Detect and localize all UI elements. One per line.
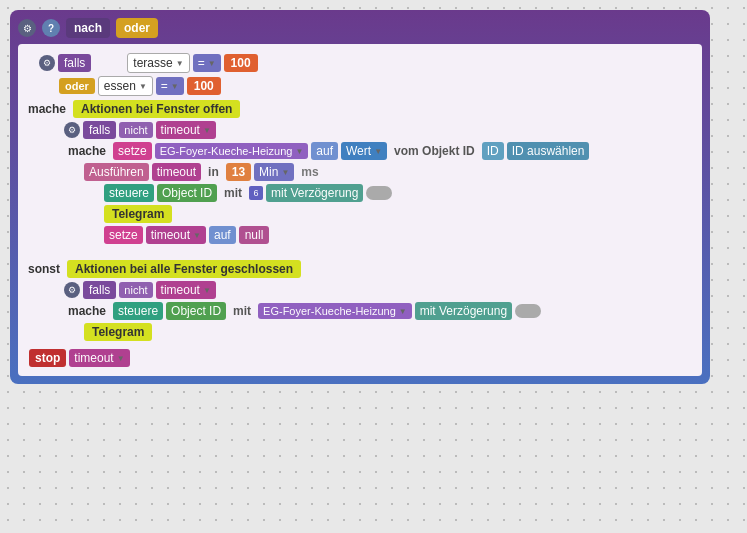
nach-block: nach [66, 18, 110, 38]
steuere-block-2: steuere [113, 302, 163, 320]
timeout-block-stop[interactable]: timeout ▼ [69, 349, 129, 367]
steuere-block-1: steuere [104, 184, 154, 202]
in-label: in [204, 165, 223, 179]
eq-block-2[interactable]: = ▼ [156, 77, 184, 95]
id-auswahlen-block[interactable]: ID auswählen [507, 142, 590, 160]
value-100-2: 100 [187, 77, 221, 95]
telegram-block-1[interactable]: Telegram [104, 205, 172, 223]
falls-keyword-2: falls [83, 121, 116, 139]
falls-row-2: ⚙ falls nicht timeout ▼ [64, 121, 696, 139]
falls-row-1: ⚙ falls terasse ▼ = ▼ 100 [39, 53, 696, 73]
auf-block-2: auf [209, 226, 236, 244]
verzog-block-2: mit Verzögerung [415, 302, 512, 320]
oder-row: oder essen ▼ = ▼ 100 [59, 76, 696, 96]
auf-block-1: auf [311, 142, 338, 160]
falls-row-3: ⚙ falls nicht timeout ▼ [64, 281, 696, 299]
square-6[interactable]: 6 [249, 186, 263, 200]
timeout-block-ausfuhren[interactable]: timeout [152, 163, 201, 181]
timeout-stop-arrow: ▼ [117, 354, 125, 363]
null-block: null [239, 226, 270, 244]
aktionen-block-2: Aktionen bei alle Fenster geschlossen [67, 260, 301, 278]
toggle-switch-2[interactable] [515, 304, 541, 318]
mache-label-3: mache [64, 304, 110, 318]
terasse-arrow-icon: ▼ [176, 59, 184, 68]
eq-block-1[interactable]: = ▼ [193, 54, 221, 72]
setze-timeout-row: setze timeout ▼ auf null [104, 226, 696, 244]
stop-block[interactable]: stop [29, 349, 66, 367]
heizung-arrow-2: ▼ [399, 307, 407, 316]
mache-row-1: mache Aktionen bei Fenster offen [24, 100, 696, 118]
mit-label-2: mit [229, 304, 255, 318]
mit-label-1: mit [220, 186, 246, 200]
falls-keyword-1: falls [58, 54, 91, 72]
telegram-block-2[interactable]: Telegram [84, 323, 152, 341]
stop-row: stop timeout ▼ [29, 349, 696, 367]
oder-inline: oder [59, 78, 95, 94]
wert-block-1[interactable]: Wert ▼ [341, 142, 387, 160]
mache-row-3: mache steuere Object ID mit EG-Foyer-Kue… [64, 302, 696, 320]
timeout-arrow-3: ▼ [203, 286, 211, 295]
timeout-block-1[interactable]: timeout ▼ [156, 121, 216, 139]
telegram-row-2: Telegram [84, 323, 696, 341]
sonst-row: sonst Aktionen bei alle Fenster geschlos… [24, 260, 696, 278]
mache-row-2: mache setze EG-Foyer-Kueche-Heizung ▼ au… [64, 142, 696, 160]
mache-label-1: mache [24, 102, 70, 116]
ausfuhren-block: Ausführen [84, 163, 149, 181]
nicht-block-2: nicht [119, 282, 152, 298]
terasse-dropdown[interactable]: terasse ▼ [127, 53, 189, 73]
verzog-block-1: mit Verzögerung [266, 184, 363, 202]
essen-dropdown[interactable]: essen ▼ [98, 76, 153, 96]
eq-arrow-icon-2: ▼ [171, 82, 179, 91]
min-block[interactable]: Min ▼ [254, 163, 294, 181]
object-id-block-2[interactable]: Object ID [166, 302, 226, 320]
timeout-block-setze[interactable]: timeout ▼ [146, 226, 206, 244]
heizung-arrow-1: ▼ [295, 147, 303, 156]
falls-gear-icon-2[interactable]: ⚙ [64, 122, 80, 138]
essen-arrow-icon: ▼ [139, 82, 147, 91]
object-id-block-1[interactable]: Object ID [157, 184, 217, 202]
setze-block-2: setze [104, 226, 143, 244]
vom-label: vom Objekt ID [390, 144, 479, 158]
heizung-dropdown-2[interactable]: EG-Foyer-Kueche-Heizung ▼ [258, 303, 412, 319]
min-arrow-icon: ▼ [281, 168, 289, 177]
telegram-row-1: Telegram [104, 205, 696, 223]
header-row: ⚙ ? nach oder [18, 18, 702, 38]
setze-block-1: setze [113, 142, 152, 160]
main-block-frame: ⚙ ? nach oder ⚙ falls terasse ▼ = ▼ 100 [10, 10, 710, 384]
oder-block[interactable]: oder [116, 18, 158, 38]
falls-gear-icon-3[interactable]: ⚙ [64, 282, 80, 298]
connector-space [24, 247, 696, 257]
falls-keyword-3: falls [83, 281, 116, 299]
steuere-row-1: steuere Object ID mit 6 mit Verzögerung [104, 184, 696, 202]
content-area: ⚙ falls terasse ▼ = ▼ 100 oder essen ▼ [18, 44, 702, 376]
heizung-dropdown-1[interactable]: EG-Foyer-Kueche-Heizung ▼ [155, 143, 309, 159]
mache-label-2: mache [64, 144, 110, 158]
timeout-arrow-1: ▼ [203, 126, 211, 135]
ms-label: ms [297, 165, 322, 179]
sonst-label: sonst [24, 262, 64, 276]
number-13[interactable]: 13 [226, 163, 251, 181]
aktionen-block-1: Aktionen bei Fenster offen [73, 100, 240, 118]
falls-gear-icon[interactable]: ⚙ [39, 55, 55, 71]
eq-arrow-icon-1: ▼ [208, 59, 216, 68]
value-100-1: 100 [224, 54, 258, 72]
nicht-block-1: nicht [119, 122, 152, 138]
question-icon[interactable]: ? [42, 19, 60, 37]
id-block-1: ID [482, 142, 504, 160]
wert-arrow-1: ▼ [374, 147, 382, 156]
gear-icon[interactable]: ⚙ [18, 19, 36, 37]
ausfuhren-row: Ausführen timeout in 13 Min ▼ ms [84, 163, 696, 181]
toggle-switch-1[interactable] [366, 186, 392, 200]
timeout-block-3[interactable]: timeout ▼ [156, 281, 216, 299]
timeout-setze-arrow: ▼ [193, 231, 201, 240]
